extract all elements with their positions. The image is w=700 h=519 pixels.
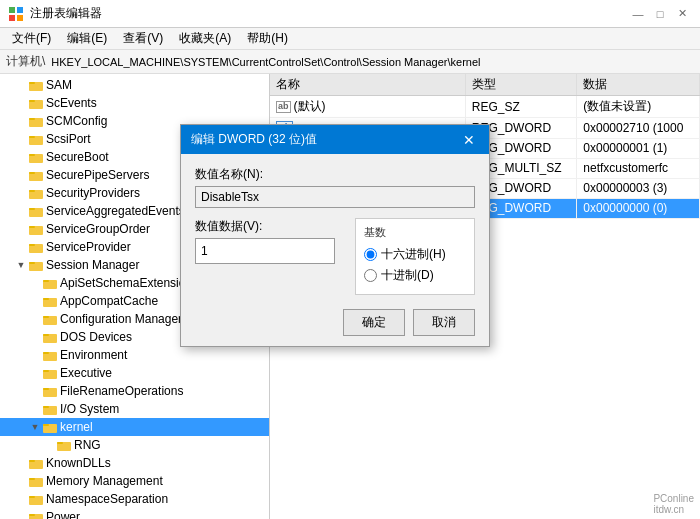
svg-rect-47 (29, 460, 35, 462)
close-button[interactable]: ✕ (672, 6, 692, 22)
svg-rect-51 (29, 496, 35, 498)
tree-item-label: ServiceAggregatedEvents (46, 204, 185, 218)
tree-toggle-icon (28, 294, 42, 308)
folder-icon (42, 330, 58, 344)
dec-radio[interactable] (364, 269, 377, 282)
address-path: HKEY_LOCAL_MACHINE\SYSTEM\CurrentControl… (51, 56, 694, 68)
tree-toggle-icon (14, 456, 28, 470)
tree-item[interactable]: ScEvents (0, 94, 269, 112)
tree-toggle-icon[interactable]: ▼ (14, 258, 28, 272)
folder-icon (28, 510, 44, 519)
tree-item-label: AppCompatCache (60, 294, 158, 308)
tree-toggle-icon (14, 474, 28, 488)
data-label: 数值数据(V): (195, 218, 345, 235)
svg-rect-17 (29, 190, 35, 192)
menu-item-e[interactable]: 编辑(E) (59, 28, 115, 49)
tree-item-label: Configuration Manager (60, 312, 182, 326)
name-input[interactable] (195, 186, 475, 208)
folder-icon (42, 348, 58, 362)
svg-rect-27 (43, 280, 49, 282)
svg-rect-35 (43, 352, 49, 354)
tree-item-label: FileRenameOperations (60, 384, 183, 398)
tree-item-label: ScsiPort (46, 132, 91, 146)
dialog-body: 数值名称(N): 数值数据(V): 基数 十六进制(H) 十进制(D) (181, 154, 489, 346)
title-bar: 注册表编辑器 — □ ✕ (0, 0, 700, 28)
value-section: 数值数据(V): (195, 218, 345, 295)
folder-icon (56, 438, 72, 452)
tree-item[interactable]: ▼kernel (0, 418, 269, 436)
tree-item[interactable]: I/O System (0, 400, 269, 418)
tree-item[interactable]: Memory Management (0, 472, 269, 490)
menu-bar: 文件(F)编辑(E)查看(V)收藏夹(A)帮助(H) (0, 28, 700, 50)
tree-item[interactable]: Executive (0, 364, 269, 382)
tree-item[interactable]: SAM (0, 76, 269, 94)
dialog-close-button[interactable]: ✕ (459, 132, 479, 148)
col-name: 名称 (270, 74, 465, 96)
svg-rect-1 (17, 7, 23, 13)
menu-item-a[interactable]: 收藏夹(A) (171, 28, 239, 49)
dec-label: 十进制(D) (381, 267, 434, 284)
tree-item[interactable]: Power (0, 508, 269, 519)
svg-rect-41 (43, 406, 49, 408)
folder-icon (42, 366, 58, 380)
hex-radio[interactable] (364, 248, 377, 261)
dialog-footer: 确定 取消 (195, 305, 475, 336)
svg-rect-9 (29, 118, 35, 120)
tree-item-label: ApiSetSchemaExtensions (60, 276, 198, 290)
tree-toggle-icon (14, 222, 28, 236)
tree-item[interactable]: KnownDLLs (0, 454, 269, 472)
tree-toggle-icon (14, 78, 28, 92)
svg-rect-5 (29, 82, 35, 84)
cell-data: 0x00000001 (1) (577, 138, 700, 158)
tree-item-label: ServiceProvider (46, 240, 131, 254)
hex-radio-item: 十六进制(H) (364, 246, 466, 263)
dialog-title-bar: 编辑 DWORD (32 位)值 ✕ (181, 125, 489, 154)
app-title: 注册表编辑器 (30, 5, 102, 22)
tree-toggle-icon (28, 312, 42, 326)
tree-item[interactable]: FileRenameOperations (0, 382, 269, 400)
folder-icon (42, 294, 58, 308)
cancel-button[interactable]: 取消 (413, 309, 475, 336)
svg-rect-7 (29, 100, 35, 102)
minimize-button[interactable]: — (628, 6, 648, 22)
menu-item-f[interactable]: 文件(F) (4, 28, 59, 49)
tree-toggle-icon[interactable]: ▼ (28, 420, 42, 434)
tree-item-label: I/O System (60, 402, 119, 416)
tree-toggle-icon (14, 168, 28, 182)
menu-item-h[interactable]: 帮助(H) (239, 28, 296, 49)
svg-rect-19 (29, 208, 35, 210)
svg-rect-49 (29, 478, 35, 480)
svg-rect-15 (29, 172, 35, 174)
svg-rect-25 (29, 262, 35, 264)
tree-item[interactable]: Environment (0, 346, 269, 364)
folder-icon (28, 492, 44, 506)
tree-item-label: KnownDLLs (46, 456, 111, 470)
tree-toggle-icon (14, 492, 28, 506)
tree-toggle-icon (14, 114, 28, 128)
folder-icon (28, 204, 44, 218)
data-input[interactable] (195, 238, 335, 264)
svg-rect-11 (29, 136, 35, 138)
cell-name: ab (默认) (270, 96, 465, 118)
tree-item[interactable]: NamespaceSeparation (0, 490, 269, 508)
maximize-button[interactable]: □ (650, 6, 670, 22)
tree-item-label: SAM (46, 78, 72, 92)
folder-icon (28, 240, 44, 254)
tree-item[interactable]: RNG (0, 436, 269, 454)
svg-rect-43 (43, 424, 49, 426)
folder-icon (28, 222, 44, 236)
table-row[interactable]: ab (默认)REG_SZ(数值未设置) (270, 96, 700, 118)
tree-toggle-icon (14, 186, 28, 200)
tree-toggle-icon (28, 330, 42, 344)
tree-toggle-icon (14, 132, 28, 146)
tree-toggle-icon (14, 150, 28, 164)
tree-toggle-icon (28, 366, 42, 380)
tree-item-label: NamespaceSeparation (46, 492, 168, 506)
folder-icon (28, 132, 44, 146)
folder-icon (42, 384, 58, 398)
address-label: 计算机\ (6, 53, 45, 70)
ok-button[interactable]: 确定 (343, 309, 405, 336)
name-label: 数值名称(N): (195, 166, 475, 183)
menu-item-v[interactable]: 查看(V) (115, 28, 171, 49)
svg-rect-45 (57, 442, 63, 444)
